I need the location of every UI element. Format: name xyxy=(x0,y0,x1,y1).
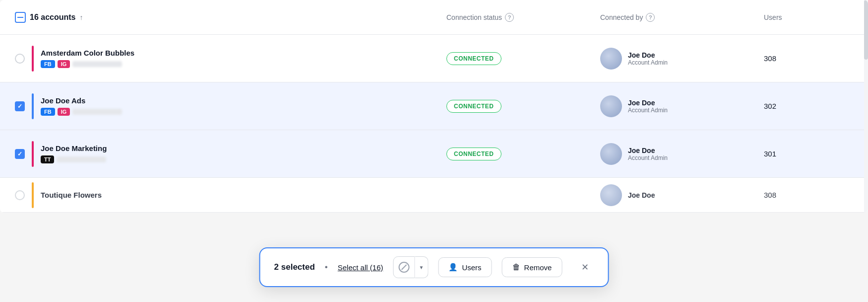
color-bar xyxy=(32,93,34,119)
row-connected-by-cell: Joe Doe Account Admin xyxy=(595,35,759,82)
selected-count-label: 2 selected xyxy=(274,262,315,272)
dot-separator: • xyxy=(325,262,328,272)
color-bar xyxy=(32,182,34,208)
connected-by: Joe Doe xyxy=(600,184,655,206)
table-row: Joe Doe Marketing TT CONNECTED Joe Doe A… xyxy=(0,130,868,178)
table-row: Joe Doe Ads FB IG CONNECTED Joe Doe Acco… xyxy=(0,82,868,130)
tag-tiktok: TT xyxy=(41,155,54,163)
deselect-all-icon[interactable] xyxy=(15,12,26,23)
scrollbar[interactable] xyxy=(864,0,868,213)
row-checkbox[interactable] xyxy=(15,54,25,64)
row-checkbox[interactable] xyxy=(15,190,25,200)
row-connected-by-cell: Joe Doe Account Admin xyxy=(595,82,759,130)
users-count: 308 xyxy=(764,191,776,199)
row-status-cell: CONNECTED xyxy=(441,35,595,82)
account-tags: FB IG xyxy=(41,60,134,68)
row-connected-by-cell: Joe Doe Account Admin xyxy=(595,130,759,177)
users-count: 308 xyxy=(764,54,776,63)
connected-by: Joe Doe Account Admin xyxy=(600,143,668,165)
users-count: 301 xyxy=(764,150,776,158)
account-name: Amsterdam Color Bubbles xyxy=(41,49,134,57)
chevron-down-icon: ▼ xyxy=(419,265,424,270)
account-info: Joe Doe Marketing TT xyxy=(41,144,107,163)
user-role: Account Admin xyxy=(628,59,668,66)
avatar xyxy=(600,184,622,206)
row-connected-by-cell: Joe Doe xyxy=(595,178,759,212)
color-bar xyxy=(32,141,34,167)
table-row: Toutique Flowers Joe Doe 308 xyxy=(0,178,868,213)
tag-instagram: IG xyxy=(58,60,70,68)
user-role: Account Admin xyxy=(628,107,668,114)
row-status-cell: CONNECTED xyxy=(441,82,595,130)
user-name: Joe Doe xyxy=(628,147,668,154)
account-info: Amsterdam Color Bubbles FB IG xyxy=(41,49,134,68)
row-account-cell: Amsterdam Color Bubbles FB IG xyxy=(10,35,441,82)
account-tags: TT xyxy=(41,155,107,163)
scrollbar-thumb[interactable] xyxy=(864,0,868,60)
status-badge: CONNECTED xyxy=(446,100,501,113)
row-status-cell: CONNECTED xyxy=(441,130,595,177)
sort-arrow-icon[interactable]: ↑ xyxy=(79,13,83,21)
tag-blur xyxy=(57,156,106,162)
account-info: Toutique Flowers xyxy=(41,191,102,199)
close-action-bar-button[interactable]: ✕ xyxy=(576,258,594,276)
row-users-cell: 308 xyxy=(759,178,858,212)
avatar xyxy=(600,95,622,117)
row-account-cell: Toutique Flowers xyxy=(10,178,441,212)
select-all-button[interactable]: Select all (16) xyxy=(338,263,383,272)
tag-instagram: IG xyxy=(58,108,70,116)
tag-facebook: FB xyxy=(41,108,55,116)
connection-status-help-icon[interactable]: ? xyxy=(505,13,514,22)
tag-blur xyxy=(72,109,122,115)
header-connected-by: Connected by ? xyxy=(595,13,759,22)
edit-button-group: ▼ xyxy=(393,256,428,278)
avatar xyxy=(600,48,622,70)
user-role: Account Admin xyxy=(628,154,668,161)
edit-dropdown-button[interactable]: ▼ xyxy=(415,256,428,278)
edit-icon xyxy=(398,262,409,273)
row-users-cell: 308 xyxy=(759,35,858,82)
header-accounts: 16 accounts ↑ xyxy=(10,12,441,23)
action-bar: 2 selected • Select all (16) ▼ 👤 Users 🗑… xyxy=(259,247,609,287)
edit-slash xyxy=(401,264,407,270)
status-badge: CONNECTED xyxy=(446,52,501,65)
connected-by-help-icon[interactable]: ? xyxy=(646,13,655,22)
users-icon: 👤 xyxy=(448,263,458,272)
connected-by: Joe Doe Account Admin xyxy=(600,48,668,70)
account-name: Joe Doe Ads xyxy=(41,96,122,105)
user-name: Joe Doe xyxy=(628,99,668,107)
table-header: 16 accounts ↑ Connection status ? Connec… xyxy=(0,0,868,35)
tag-blur xyxy=(72,61,122,67)
remove-button[interactable]: 🗑 Remove xyxy=(502,257,562,277)
color-bar xyxy=(32,46,34,72)
avatar xyxy=(600,143,622,165)
row-account-cell: Joe Doe Ads FB IG xyxy=(10,82,441,130)
row-checkbox[interactable] xyxy=(15,149,25,159)
account-name: Joe Doe Marketing xyxy=(41,144,107,152)
row-checkbox[interactable] xyxy=(15,101,25,111)
accounts-count-label: 16 accounts xyxy=(30,13,75,22)
connected-by: Joe Doe Account Admin xyxy=(600,95,668,117)
table-row: Amsterdam Color Bubbles FB IG CONNECTED … xyxy=(0,35,868,82)
users-count: 302 xyxy=(764,102,776,110)
header-connection-status: Connection status ? xyxy=(441,13,595,22)
user-info: Joe Doe Account Admin xyxy=(628,99,668,114)
row-status-cell xyxy=(441,178,595,212)
account-info: Joe Doe Ads FB IG xyxy=(41,96,122,116)
users-button[interactable]: 👤 Users xyxy=(438,257,492,277)
user-info: Joe Doe xyxy=(628,191,655,199)
user-info: Joe Doe Account Admin xyxy=(628,51,668,66)
header-users: Users xyxy=(759,13,858,21)
user-info: Joe Doe Account Admin xyxy=(628,147,668,161)
account-tags: FB IG xyxy=(41,108,122,116)
account-name: Toutique Flowers xyxy=(41,191,102,199)
accounts-table: 16 accounts ↑ Connection status ? Connec… xyxy=(0,0,868,213)
user-name: Joe Doe xyxy=(628,191,655,199)
status-badge: CONNECTED xyxy=(446,148,501,160)
edit-button[interactable] xyxy=(393,256,415,278)
row-users-cell: 301 xyxy=(759,130,858,177)
user-name: Joe Doe xyxy=(628,51,668,59)
row-users-cell: 302 xyxy=(759,82,858,130)
tag-facebook: FB xyxy=(41,60,55,68)
row-account-cell: Joe Doe Marketing TT xyxy=(10,130,441,177)
